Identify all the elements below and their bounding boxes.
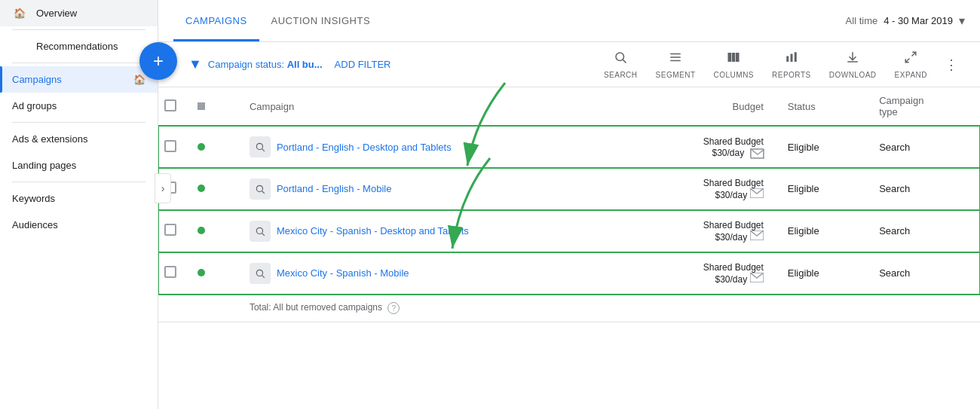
reports-action[interactable]: REPORTS <box>764 47 819 82</box>
add-filter-button[interactable]: ADD FILTER <box>329 54 397 75</box>
filter-area: ▼ Campaign status: All bu... ADD FILTER <box>188 54 590 75</box>
download-icon <box>846 50 859 68</box>
sidebar-divider-3 <box>12 122 145 123</box>
svg-rect-3 <box>670 56 681 58</box>
row-dot-4 <box>185 252 237 295</box>
row-campaign-1: Portland - English - Desktop and Tablets <box>237 126 637 168</box>
campaign-name-4[interactable]: Mexico City - Spanish - Mobile <box>277 267 409 279</box>
help-icon[interactable]: ? <box>387 302 400 314</box>
row-budget-1: Shared Budget$30/day <box>637 126 776 168</box>
filter-icon: ▼ <box>188 56 202 72</box>
download-action[interactable]: DOWNLOAD <box>822 47 884 82</box>
svg-point-14 <box>256 143 262 149</box>
main-content: CAMPAIGNS AUCTION INSIGHTS All time 4 - … <box>158 0 980 409</box>
sidebar-item-audiences[interactable]: Audiences <box>0 212 158 238</box>
select-all-checkbox[interactable] <box>164 99 176 111</box>
toolbar-actions: SEARCH SEGMENT COLUMNS REPORTS <box>596 47 965 82</box>
sidebar-item-overview[interactable]: 🏠 Overview <box>0 0 158 26</box>
more-button[interactable]: ⋮ <box>938 51 965 78</box>
header-type-col[interactable]: Campaigntype <box>867 87 980 126</box>
search-action[interactable]: SEARCH <box>596 47 645 82</box>
table-row: Portland - English - Desktop and Tablets… <box>158 126 980 168</box>
header-status-col[interactable]: Status <box>776 87 867 126</box>
campaign-name-2[interactable]: Portland - English - Mobile <box>277 183 391 194</box>
download-label: DOWNLOAD <box>829 71 877 79</box>
add-campaign-button[interactable]: + <box>139 42 177 80</box>
status-eligible-1: Eligible <box>788 142 819 153</box>
sidebar-item-keywords[interactable]: Keywords <box>0 185 158 212</box>
svg-point-20 <box>256 227 262 233</box>
expand-icon <box>904 50 917 68</box>
row-budget-2: Shared Budget$30/day <box>637 168 776 210</box>
header-campaign-col[interactable]: Campaign <box>237 87 637 126</box>
sidebar-item-ads-extensions[interactable]: Ads & extensions <box>0 126 158 152</box>
filter-status-text: Campaign status: All bu... <box>208 59 323 70</box>
footer-text: Total: All but removed campaigns <box>250 302 382 313</box>
header-status-col <box>185 87 237 126</box>
table-header-row: Campaign Budget Status Campaigntype <box>158 87 980 126</box>
columns-action[interactable]: COLUMNS <box>706 47 762 82</box>
row-dot-2 <box>185 168 237 210</box>
sidebar-item-adgroups[interactable]: Ad groups <box>0 93 158 119</box>
campaign-cell-1: Portland - English - Desktop and Tablets <box>250 136 625 157</box>
table-row: Portland - English - Mobile Shared Budge… <box>158 168 980 210</box>
keywords-label: Keywords <box>12 193 55 204</box>
tab-auction-insights[interactable]: AUCTION INSIGHTS <box>259 0 383 41</box>
row-checkbox[interactable] <box>164 224 176 236</box>
ads-label: Ads & extensions <box>12 133 87 145</box>
adgroups-label: Ad groups <box>12 100 57 111</box>
row-status-4: Eligible <box>776 252 867 295</box>
row-checkbox[interactable] <box>164 266 176 278</box>
row-type-2: Search <box>867 168 980 210</box>
row-checkbox-1[interactable] <box>158 126 185 168</box>
table-row: Mexico City - Spanish - Desktop and Tabl… <box>158 210 980 252</box>
campaign-cell-3: Mexico City - Spanish - Desktop and Tabl… <box>250 221 625 242</box>
row-checkbox[interactable] <box>164 140 176 152</box>
campaign-name-1[interactable]: Portland - English - Desktop and Tablets <box>277 142 452 153</box>
row-budget-4: Shared Budget$30/day <box>637 252 776 295</box>
sidebar-item-campaigns[interactable]: Campaigns 🏠 <box>0 66 158 93</box>
audiences-label: Audiences <box>12 219 58 230</box>
row-status-3: Eligible <box>776 210 867 252</box>
date-range-selector[interactable]: All time 4 - 30 Mar 2019 ▾ <box>846 14 965 28</box>
footer-empty-2 <box>637 295 980 322</box>
sidebar-expand-arrow[interactable]: › <box>155 173 158 203</box>
tabs-left: CAMPAIGNS AUCTION INSIGHTS <box>173 0 382 41</box>
landing-label: Landing pages <box>12 160 76 171</box>
row-campaign-2: Portland - English - Mobile <box>237 168 637 210</box>
expand-action[interactable]: EXPAND <box>887 47 935 82</box>
row-campaign-3: Mexico City - Spanish - Desktop and Tabl… <box>237 210 637 252</box>
footer-empty <box>158 295 237 322</box>
svg-line-12 <box>912 52 916 56</box>
svg-line-21 <box>262 233 265 235</box>
row-dot-3 <box>185 210 237 252</box>
more-icon: ⋮ <box>945 56 958 73</box>
home-icon: 🏠 <box>12 8 27 19</box>
columns-label: COLUMNS <box>714 71 755 79</box>
svg-rect-8 <box>786 56 789 62</box>
status-eligible-3: Eligible <box>788 225 819 237</box>
svg-point-0 <box>616 53 624 61</box>
header-budget-col[interactable]: Budget <box>637 87 776 126</box>
status-eligible-4: Eligible <box>788 267 819 279</box>
sidebar-divider-4 <box>12 182 145 182</box>
row-dot-1 <box>185 126 237 168</box>
envelope-icon-4 <box>750 273 764 285</box>
sidebar-item-label: Overview <box>36 8 77 19</box>
status-dot-green <box>198 143 205 151</box>
svg-rect-7 <box>736 53 740 62</box>
sidebar-item-label: Recommendations <box>36 41 118 52</box>
tab-campaigns[interactable]: CAMPAIGNS <box>173 0 259 41</box>
search-label: SEARCH <box>604 71 638 79</box>
row-checkbox-4[interactable] <box>158 252 185 295</box>
table-row: Mexico City - Spanish - Mobile Shared Bu… <box>158 252 980 295</box>
date-range-value: 4 - 30 Mar 2019 <box>884 15 953 26</box>
sidebar-item-recommendations[interactable]: Recommendations <box>0 33 158 60</box>
filter-value[interactable]: All bu... <box>287 59 323 70</box>
campaign-name-3[interactable]: Mexico City - Spanish - Desktop and Tabl… <box>277 225 469 237</box>
row-checkbox-3[interactable] <box>158 210 185 252</box>
segment-action[interactable]: SEGMENT <box>648 47 703 82</box>
sidebar-divider-1 <box>12 29 145 30</box>
header-checkbox-col[interactable] <box>158 87 185 126</box>
sidebar-item-landing-pages[interactable]: Landing pages <box>0 152 158 179</box>
